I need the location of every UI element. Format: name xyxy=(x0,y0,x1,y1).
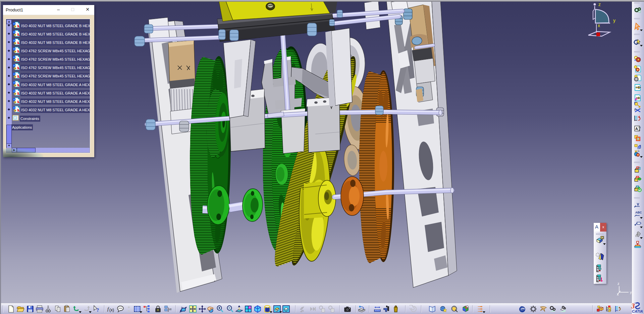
svg-text:x: x xyxy=(598,23,600,28)
svg-text:x: x xyxy=(617,292,619,296)
svg-text:ABC: ABC xyxy=(635,211,642,214)
svg-text:z: z xyxy=(598,2,601,7)
svg-text:A: A xyxy=(635,127,638,131)
svg-text:15: 15 xyxy=(638,126,641,129)
svg-text:(x): (x) xyxy=(109,308,114,312)
svg-text:y: y xyxy=(613,18,615,23)
svg-text:3: 3 xyxy=(631,302,635,310)
svg-text:?: ? xyxy=(97,307,99,313)
svg-text:CATIA: CATIA xyxy=(632,309,643,313)
svg-text:}=: }= xyxy=(168,307,172,312)
svg-text:n: n xyxy=(638,149,639,153)
svg-text:z: z xyxy=(618,281,620,286)
